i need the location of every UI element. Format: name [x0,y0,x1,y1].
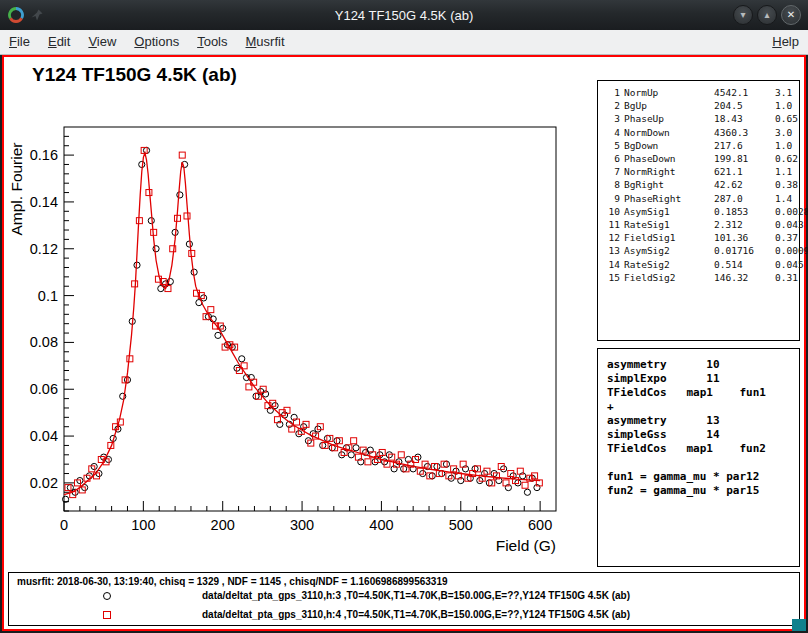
maximize-button[interactable]: ▴ [757,5,777,25]
svg-text:600: 600 [528,517,552,533]
parameter-row: 9PhaseRight287.01.4 [604,192,799,205]
resize-grip[interactable] [792,619,806,631]
root-canvas: 01002003004005006000.020.040.060.080.10.… [2,55,806,631]
theory-line: simpleGss 14 [607,428,799,442]
legend-entry: data/deltat_pta_gps_3110,h:3 ,T0=4.50K,T… [9,587,799,606]
parameter-row: 8BgRight42.620.38 [604,178,799,191]
theory-line: fun1 = gamma_mu * par12 [607,470,799,484]
svg-text:0.1: 0.1 [38,288,58,304]
svg-text:500: 500 [449,517,473,533]
titlebar-icons [7,6,44,24]
legend-rows: data/deltat_pta_gps_3110,h:3 ,T0=4.50K,T… [9,587,799,625]
menu-item-edit[interactable]: Edit [39,30,79,54]
legend-entry: data/deltat_pta_gps_3110,h:4 ,T0=4.50K,T… [9,606,799,625]
theory-line: TFieldCos map1 fun1 [607,386,799,400]
legend-pave[interactable]: musrfit: 2018-06-30, 13:19:40, chisq = 1… [8,572,800,626]
pin-icon[interactable] [30,8,44,22]
parameter-row: 11RateSig12.3120.043 [604,218,799,231]
plot-canvas[interactable]: 01002003004005006000.020.040.060.080.10.… [6,59,596,572]
theory-lines: asymmetry 10simplExpo 11TFieldCos map1 f… [607,358,799,498]
svg-text:0.06: 0.06 [30,381,58,397]
menu-bar: FileEditViewOptionsToolsMusrfit Help [0,30,808,55]
parameter-row: 6PhaseDown199.810.62 [604,152,799,165]
parameter-row: 2BgUp204.51.0 [604,99,799,112]
menu-items: FileEditViewOptionsToolsMusrfit [0,30,294,54]
title-bar: Y124 TF150G 4.5K (ab) ▾▴✕ [0,0,808,30]
close-button[interactable]: ✕ [781,5,801,25]
theory-line: asymmetry 13 [607,414,799,428]
menu-item-options[interactable]: Options [125,30,188,54]
theory-line: fun2 = gamma_mu * par15 [607,484,799,498]
svg-text:0.14: 0.14 [30,194,58,210]
legend-text: data/deltat_pta_gps_3110,h:3 ,T0=4.50K,T… [202,590,630,601]
fit-info: musrfit: 2018-06-30, 13:19:40, chisq = 1… [9,573,799,587]
application-window: Y124 TF150G 4.5K (ab) ▾▴✕ FileEditViewOp… [0,0,808,633]
menu-help-container: Help [763,30,808,54]
svg-text:300: 300 [290,517,314,533]
parameter-row: 3PhaseUp18.430.65 [604,112,799,125]
parameter-row: 15FieldSig2146.320.31 [604,271,799,284]
parameter-row: 5BgDown217.61.0 [604,139,799,152]
window-controls: ▾▴✕ [733,5,801,25]
theory-line: asymmetry 10 [607,358,799,372]
menu-item-musrfit[interactable]: Musrfit [237,30,294,54]
parameter-row: 1NormUp4542.13.1 [604,86,799,99]
parameter-row: 10AsymSig10.18530.0028 [604,205,799,218]
svg-text:0.12: 0.12 [30,241,58,257]
parameter-row: 14RateSig20.5140.045 [604,258,799,271]
svg-text:0: 0 [60,517,68,533]
parameter-row: 13AsymSig20.017160.00098 [604,244,799,257]
theory-pave[interactable]: asymmetry 10simplExpo 11TFieldCos map1 f… [597,348,800,567]
svg-text:200: 200 [211,517,235,533]
menu-item-file[interactable]: File [0,30,39,54]
parameter-row: 7NormRight621.11.1 [604,165,799,178]
svg-text:400: 400 [369,517,393,533]
parameter-row: 4NormDown4360.33.0 [604,126,799,139]
minimize-button[interactable]: ▾ [733,5,753,25]
theory-line [607,456,799,470]
legend-text: data/deltat_pta_gps_3110,h:4 ,T0=4.50K,T… [202,609,630,620]
parameter-pave[interactable]: 1NormUp4542.13.12BgUp204.51.03PhaseUp18.… [597,80,800,341]
theory-line: + [607,400,799,414]
svg-text:0.02: 0.02 [30,475,58,491]
theory-line: simplExpo 11 [607,372,799,386]
window-title: Y124 TF150G 4.5K (ab) [335,8,474,23]
theory-line: TFieldCos map1 fun2 [607,442,799,456]
legend-marker-square [103,611,111,619]
svg-text:Field (G): Field (G) [496,537,556,554]
svg-text:Ampl. Fourier: Ampl. Fourier [8,142,25,235]
svg-text:0.04: 0.04 [30,428,58,444]
svg-text:0.08: 0.08 [30,334,58,350]
svg-text:Y124 TF150G 4.5K (ab): Y124 TF150G 4.5K (ab) [32,64,237,85]
legend-marker-circle [103,592,111,600]
menu-item-help[interactable]: Help [763,30,808,54]
parameter-row: 12FieldSig1101.360.37 [604,231,799,244]
parameter-rows: 1NormUp4542.13.12BgUp204.51.03PhaseUp18.… [604,86,799,284]
menu-item-view[interactable]: View [79,30,125,54]
svg-text:0.16: 0.16 [30,147,58,163]
svg-text:100: 100 [131,517,155,533]
app-icon [7,6,25,24]
menu-item-tools[interactable]: Tools [188,30,236,54]
